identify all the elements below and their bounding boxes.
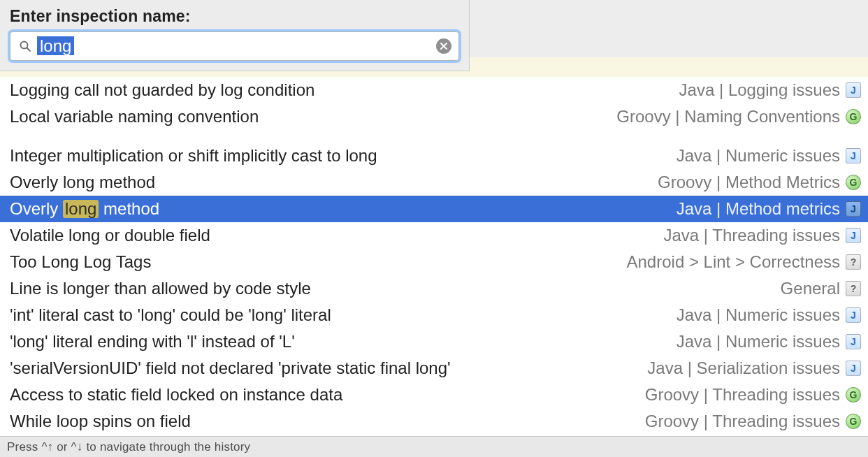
search-panel: Enter inspection name: long (0, 0, 470, 71)
search-label: Enter inspection name: (10, 7, 459, 26)
java-icon: J (846, 82, 861, 98)
inspection-category: Groovy | Threading issues (645, 383, 840, 407)
footer-hint: Press ^↑ or ^↓ to navigate through the h… (7, 440, 250, 454)
inspection-category: Java | Method metrics (677, 197, 840, 221)
general-icon: ? (846, 281, 861, 296)
inspection-name: Local variable naming convention (10, 105, 259, 129)
inspection-name: Overly long method (10, 171, 155, 194)
list-item[interactable]: Too Long Log TagsAndroid > Lint > Correc… (0, 249, 868, 275)
java-icon: J (846, 228, 861, 243)
list-item[interactable]: While loop spins on fieldGroovy | Thread… (0, 408, 868, 435)
clear-icon[interactable] (436, 38, 451, 54)
groovy-icon: G (846, 414, 861, 429)
inspection-category: Groovy | Naming Conventions (616, 105, 840, 129)
inspection-name: Logging call not guarded by log conditio… (10, 78, 314, 102)
results-separator (0, 130, 868, 143)
list-item[interactable]: 'serialVersionUID' field not declared 'p… (0, 355, 868, 382)
search-input[interactable]: long (10, 31, 459, 61)
list-item[interactable]: 'int' literal cast to 'long' could be 'l… (0, 302, 868, 328)
java-icon: J (846, 201, 861, 217)
list-item[interactable]: Local variable naming conventionGroovy |… (0, 103, 868, 130)
inspection-name: Line is longer than allowed by code styl… (10, 277, 311, 300)
java-icon: J (846, 148, 861, 164)
inspection-category: Java | Threading issues (663, 224, 840, 247)
inspection-category: Java | Numeric issues (677, 144, 840, 168)
inspection-category: Java | Numeric issues (677, 303, 840, 327)
search-icon (19, 40, 31, 52)
inspection-category: Groovy | Threading issues (645, 409, 840, 433)
match-highlight: long (63, 200, 99, 218)
search-input-value: long (37, 36, 436, 56)
list-item[interactable]: Line is longer than allowed by code styl… (0, 275, 868, 302)
inspection-category: Java | Serialization issues (647, 356, 840, 380)
footer-hint-bar: Press ^↑ or ^↓ to navigate through the h… (0, 436, 868, 457)
inspection-name: Overly long method (10, 197, 159, 221)
list-item[interactable]: 'long' literal ending with 'l' instead o… (0, 328, 868, 355)
inspection-category: Groovy | Method Metrics (658, 171, 840, 194)
inspection-category: Android > Lint > Correctness (627, 250, 841, 274)
list-item[interactable]: Overly long methodGroovy | Method Metric… (0, 169, 868, 196)
java-icon: J (846, 361, 861, 376)
inspection-name: While loop spins on field (10, 409, 191, 433)
svg-line-1 (27, 48, 31, 52)
groovy-icon: G (846, 109, 861, 124)
inspection-name: Too Long Log Tags (10, 250, 151, 274)
list-item[interactable]: Integer multiplication or shift implicit… (0, 143, 868, 169)
inspection-name: Access to static field locked on instanc… (10, 383, 342, 407)
list-item[interactable]: Overly long methodJava | Method metricsJ (0, 196, 868, 222)
java-icon: J (846, 334, 861, 349)
inspection-category: Java | Logging issues (679, 78, 840, 102)
java-icon: J (846, 307, 861, 323)
inspection-category: General (781, 277, 840, 300)
inspection-name: 'serialVersionUID' field not declared 'p… (10, 356, 451, 380)
inspection-name: 'int' literal cast to 'long' could be 'l… (10, 303, 331, 327)
list-item[interactable]: Logging call not guarded by log conditio… (0, 77, 868, 103)
list-item[interactable]: Access to static field locked on instanc… (0, 382, 868, 408)
inspection-name: Integer multiplication or shift implicit… (10, 144, 377, 168)
inspection-category: Java | Numeric issues (677, 330, 840, 354)
list-item[interactable]: Volatile long or double fieldJava | Thre… (0, 222, 868, 249)
inspection-name: Volatile long or double field (10, 224, 210, 247)
general-icon: ? (846, 254, 861, 270)
results-list: Logging call not guarded by log conditio… (0, 77, 868, 436)
groovy-icon: G (846, 175, 861, 190)
groovy-icon: G (846, 387, 861, 402)
inspection-name: 'long' literal ending with 'l' instead o… (10, 330, 295, 354)
